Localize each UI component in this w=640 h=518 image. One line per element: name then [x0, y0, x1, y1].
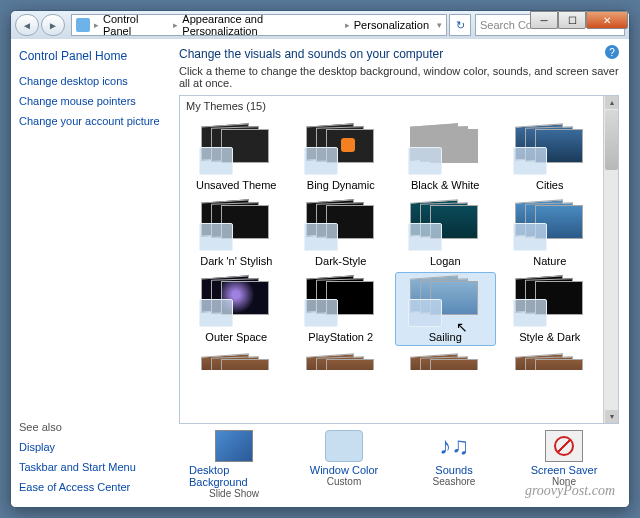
- scroll-thumb[interactable]: [605, 110, 618, 170]
- option-label: Screen Saver: [531, 464, 598, 476]
- theme-label: Cities: [536, 179, 564, 191]
- sidebar-link[interactable]: Change mouse pointers: [19, 95, 163, 107]
- close-button[interactable]: ✕: [586, 11, 628, 29]
- theme-item[interactable]: Unsaved Theme: [186, 120, 287, 194]
- refresh-button[interactable]: ↻: [449, 14, 471, 36]
- theme-thumbnail: [404, 199, 486, 253]
- forward-button[interactable]: ►: [41, 14, 65, 36]
- theme-thumbnail: ↖: [404, 275, 486, 329]
- theme-thumbnail: [509, 123, 591, 177]
- theme-label: Unsaved Theme: [196, 179, 277, 191]
- breadcrumb-item[interactable]: Personalization: [354, 19, 429, 31]
- personalization-window: ─ ☐ ✕ ◄ ► ▸ Control Panel ▸ Appearance a…: [10, 10, 630, 508]
- theme-thumbnail: [509, 199, 591, 253]
- chevron-right-icon: ▸: [345, 20, 350, 30]
- option-sublabel: Slide Show: [209, 488, 259, 499]
- breadcrumb-item[interactable]: Control Panel: [103, 13, 169, 37]
- help-icon[interactable]: ?: [605, 45, 619, 59]
- bottom-options: Desktop BackgroundSlide ShowWindow Color…: [179, 424, 619, 501]
- breadcrumb-item[interactable]: Appearance and Personalization: [182, 13, 340, 37]
- maximize-button[interactable]: ☐: [558, 11, 586, 29]
- theme-label: Sailing: [429, 331, 462, 343]
- theme-thumbnail: [195, 275, 277, 329]
- back-button[interactable]: ◄: [15, 14, 39, 36]
- theme-label: Bing Dynamic: [307, 179, 375, 191]
- page-subtitle: Click a theme to change the desktop back…: [179, 65, 619, 89]
- main-panel: ? Change the visuals and sounds on your …: [171, 39, 629, 507]
- see-also-heading: See also: [19, 421, 163, 433]
- theme-item[interactable]: ↖Sailing: [395, 272, 496, 346]
- option-sublabel: Custom: [327, 476, 361, 487]
- window-controls: ─ ☐ ✕: [530, 11, 628, 29]
- chevron-down-icon[interactable]: ▾: [437, 20, 442, 30]
- theme-thumbnail: [300, 275, 382, 329]
- theme-label: Outer Space: [205, 331, 267, 343]
- theme-thumbnail: [195, 199, 277, 253]
- theme-thumbnail: [509, 275, 591, 329]
- theme-item[interactable]: [291, 350, 392, 370]
- theme-item[interactable]: Dark 'n' Stylish: [186, 196, 287, 270]
- option-window-color[interactable]: Window ColorCustom: [299, 430, 389, 499]
- minimize-button[interactable]: ─: [530, 11, 558, 29]
- page-title: Change the visuals and sounds on your co…: [179, 47, 619, 61]
- theme-thumbnail: [300, 199, 382, 253]
- option-sounds[interactable]: ♪♫SoundsSeashore: [409, 430, 499, 499]
- theme-item[interactable]: Cities: [500, 120, 601, 194]
- breadcrumb[interactable]: ▸ Control Panel ▸ Appearance and Persona…: [71, 14, 447, 36]
- theme-item[interactable]: Nature: [500, 196, 601, 270]
- theme-item[interactable]: [186, 350, 287, 370]
- chevron-right-icon: ▸: [173, 20, 178, 30]
- theme-item[interactable]: [395, 350, 496, 370]
- theme-thumbnail: [300, 123, 382, 177]
- bg-icon: [215, 430, 253, 462]
- sidebar-link[interactable]: Change your account picture: [19, 115, 163, 127]
- see-also-link[interactable]: Taskbar and Start Menu: [19, 461, 163, 473]
- option-label: Window Color: [310, 464, 378, 476]
- theme-thumbnail: [195, 123, 277, 177]
- option-label: Desktop Background: [189, 464, 279, 488]
- scroll-up-arrow[interactable]: ▴: [605, 96, 618, 109]
- option-screen-saver[interactable]: Screen SaverNone: [519, 430, 609, 499]
- theme-item[interactable]: [500, 350, 601, 370]
- theme-label: Logan: [430, 255, 461, 267]
- chevron-right-icon: ▸: [94, 20, 99, 30]
- theme-label: Style & Dark: [519, 331, 580, 343]
- theme-item[interactable]: Outer Space: [186, 272, 287, 346]
- theme-item[interactable]: PlayStation 2: [291, 272, 392, 346]
- scrollbar[interactable]: ▴ ▾: [603, 96, 618, 423]
- option-sublabel: None: [552, 476, 576, 487]
- theme-label: Black & White: [411, 179, 479, 191]
- sidebar-link[interactable]: Change desktop icons: [19, 75, 163, 87]
- theme-item[interactable]: Dark-Style: [291, 196, 392, 270]
- theme-label: PlayStation 2: [308, 331, 373, 343]
- theme-label: Nature: [533, 255, 566, 267]
- sound-icon: ♪♫: [435, 430, 473, 462]
- see-also-link[interactable]: Display: [19, 441, 163, 453]
- see-also-link[interactable]: Ease of Access Center: [19, 481, 163, 493]
- scroll-down-arrow[interactable]: ▾: [605, 410, 618, 423]
- option-desktop-background[interactable]: Desktop BackgroundSlide Show: [189, 430, 279, 499]
- theme-item[interactable]: Logan: [395, 196, 496, 270]
- theme-thumbnail: [404, 123, 486, 177]
- themes-group-label: My Themes (15): [180, 96, 618, 116]
- control-panel-home-link[interactable]: Control Panel Home: [19, 49, 163, 63]
- sidebar: Control Panel Home Change desktop icons …: [11, 39, 171, 507]
- theme-item[interactable]: Style & Dark: [500, 272, 601, 346]
- control-panel-icon: [76, 18, 90, 32]
- theme-item[interactable]: Black & White: [395, 120, 496, 194]
- theme-label: Dark-Style: [315, 255, 366, 267]
- option-label: Sounds: [435, 464, 472, 476]
- option-sublabel: Seashore: [433, 476, 476, 487]
- theme-label: Dark 'n' Stylish: [200, 255, 272, 267]
- theme-item[interactable]: Bing Dynamic: [291, 120, 392, 194]
- color-icon: [325, 430, 363, 462]
- ss-icon: [545, 430, 583, 462]
- themes-listbox: My Themes (15) Unsaved ThemeBing Dynamic…: [179, 95, 619, 424]
